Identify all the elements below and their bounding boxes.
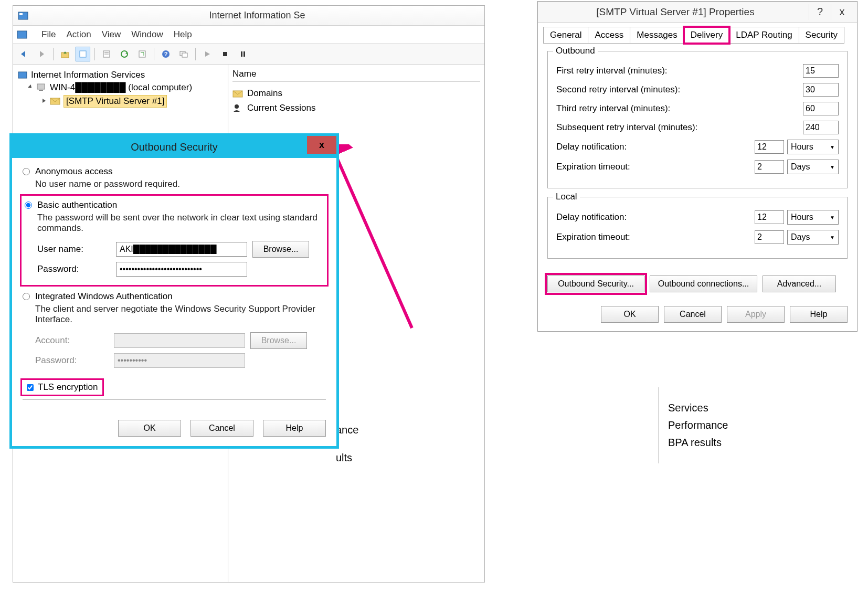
list-header-name[interactable]: Name <box>232 69 480 82</box>
menu-help[interactable]: Help <box>174 29 192 40</box>
menu-file[interactable]: File <box>41 29 56 40</box>
back-icon[interactable] <box>16 47 31 61</box>
ok-button[interactable]: OK <box>601 306 659 323</box>
anonymous-radio[interactable] <box>23 168 30 175</box>
outbound-security-button[interactable]: Outbound Security... <box>547 276 644 292</box>
tab-security[interactable]: Security <box>799 27 844 44</box>
pause-icon[interactable] <box>236 47 250 61</box>
tree-root[interactable]: Internet Information Services <box>17 69 224 81</box>
props-title: [SMTP Virtual Server #1] Properties <box>542 6 809 18</box>
expand-icon[interactable] <box>41 98 48 104</box>
list-item-domains[interactable]: Domains <box>232 86 480 101</box>
export-icon[interactable] <box>135 47 150 61</box>
svg-rect-16 <box>244 51 245 57</box>
subseq-retry-label: Subsequent retry interval (minutes): <box>556 122 803 133</box>
first-retry-label: First retry interval (minutes): <box>556 66 803 76</box>
local-expire-unit-select[interactable]: Days▼ <box>787 230 839 245</box>
tls-checkbox[interactable] <box>27 384 34 391</box>
local-delay-input[interactable] <box>755 210 784 224</box>
iis-toolbar: ? <box>13 44 484 65</box>
folder-up-icon[interactable] <box>58 47 72 61</box>
outsec-title: Outbound Security <box>131 141 218 153</box>
side-services[interactable]: Services <box>668 402 848 414</box>
second-retry-input[interactable] <box>803 83 839 97</box>
tab-ldap-routing[interactable]: LDAP Routing <box>729 27 799 44</box>
list-item-sessions[interactable]: Current Sessions <box>232 101 480 115</box>
side-bpa[interactable]: BPA results <box>668 437 848 449</box>
close-button[interactable]: x <box>831 4 853 20</box>
refresh-icon[interactable] <box>117 47 132 61</box>
delay-input[interactable] <box>755 140 784 154</box>
collapse-icon[interactable] <box>28 84 34 91</box>
window-icon[interactable] <box>176 47 191 61</box>
delay-label: Delay notification: <box>556 142 755 152</box>
svg-rect-2 <box>17 31 27 38</box>
radio-anonymous[interactable]: Anonymous access <box>23 166 326 177</box>
delay-unit-select[interactable]: Hours▼ <box>787 140 839 154</box>
tab-messages[interactable]: Messages <box>630 27 684 44</box>
tree-smtp-server[interactable]: [SMTP Virtual Server #1] <box>17 94 224 109</box>
browse-button-disabled: Browse... <box>250 332 307 349</box>
svg-rect-4 <box>80 51 86 57</box>
help-button[interactable]: Help <box>790 306 848 323</box>
svg-rect-14 <box>223 52 227 56</box>
iis-menu-icon <box>16 29 28 40</box>
first-retry-input[interactable] <box>803 64 839 78</box>
iwa-radio[interactable] <box>23 293 30 300</box>
cancel-button[interactable]: Cancel <box>190 420 253 437</box>
radio-iwa[interactable]: Integrated Windows Authentication <box>23 291 326 302</box>
help-icon[interactable]: ? <box>158 47 173 61</box>
password-input[interactable] <box>116 262 247 277</box>
browse-button[interactable]: Browse... <box>252 241 309 258</box>
properties-icon[interactable] <box>99 47 114 61</box>
iwa-password-label: Password: <box>35 355 114 366</box>
expire-unit-select[interactable]: Days▼ <box>787 160 839 174</box>
cropped-text-2: ults <box>336 452 358 464</box>
iis-root-icon <box>17 70 28 80</box>
basic-radio[interactable] <box>25 202 32 209</box>
local-delay-unit-select[interactable]: Hours▼ <box>787 210 839 225</box>
side-performance[interactable]: Performance <box>668 419 848 431</box>
tab-general[interactable]: General <box>543 27 588 44</box>
local-expire-input[interactable] <box>755 230 784 244</box>
ok-button[interactable]: OK <box>118 420 181 437</box>
account-input <box>114 333 245 348</box>
third-retry-input[interactable] <box>803 102 839 115</box>
chevron-down-icon: ▼ <box>830 144 835 150</box>
apply-button[interactable]: Apply <box>727 306 785 323</box>
menu-view[interactable]: View <box>102 29 121 40</box>
account-label: Account: <box>35 335 114 346</box>
username-input[interactable] <box>116 242 247 257</box>
tree-computer[interactable]: WIN-4████████ (local computer) <box>17 81 224 94</box>
svg-rect-17 <box>18 72 27 78</box>
tab-row: General Access Messages Delivery LDAP Ro… <box>538 23 857 44</box>
advanced-button[interactable]: Advanced... <box>763 276 836 292</box>
second-retry-label: Second retry interval (minutes): <box>556 84 803 95</box>
forward-icon[interactable] <box>34 47 49 61</box>
selected-view-icon[interactable] <box>76 47 90 61</box>
tab-delivery[interactable]: Delivery <box>684 27 729 44</box>
close-button[interactable]: x <box>307 136 336 154</box>
outbound-security-dialog: Outbound Security x Anonymous access No … <box>9 133 339 449</box>
tab-access[interactable]: Access <box>588 27 630 44</box>
svg-rect-18 <box>37 84 45 89</box>
outbound-fieldset: Outbound First retry interval (minutes):… <box>547 51 848 188</box>
menu-window[interactable]: Window <box>131 29 163 40</box>
subseq-retry-input[interactable] <box>803 121 839 134</box>
help-button[interactable]: ? <box>809 4 831 20</box>
local-expire-label: Expiration timeout: <box>556 232 755 242</box>
expire-input[interactable] <box>755 160 784 174</box>
cancel-button[interactable]: Cancel <box>664 306 722 323</box>
svg-rect-15 <box>241 51 242 57</box>
help-button[interactable]: Help <box>263 420 326 437</box>
outbound-connections-button[interactable]: Outbound connections... <box>650 276 757 292</box>
expire-label: Expiration timeout: <box>556 162 755 172</box>
play-icon[interactable] <box>200 47 215 61</box>
radio-basic[interactable]: Basic authentication <box>25 200 324 210</box>
side-panel: Services Performance BPA results <box>658 387 858 463</box>
computer-icon <box>36 83 47 92</box>
basic-auth-highlight: Basic authentication The password will b… <box>23 197 326 284</box>
stop-icon[interactable] <box>218 47 232 61</box>
menu-action[interactable]: Action <box>66 29 91 40</box>
chevron-down-icon: ▼ <box>830 235 835 240</box>
